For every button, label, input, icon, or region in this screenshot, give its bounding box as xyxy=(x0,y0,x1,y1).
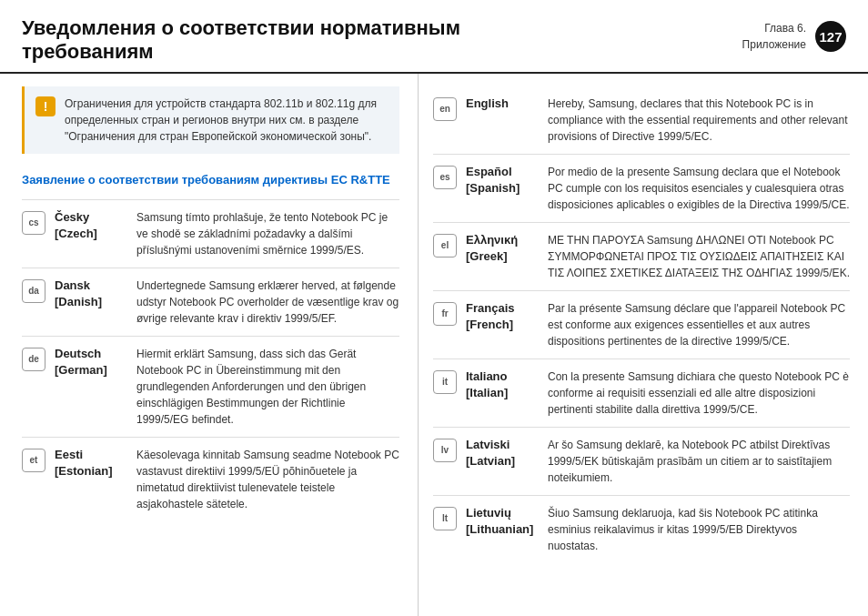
lang-name: Français [French] xyxy=(466,300,539,333)
lang-badge: da xyxy=(22,279,45,303)
page: Уведомления о соответствии нормативным т… xyxy=(0,0,868,616)
lang-description: ΜΕ ΤΗΝ ΠΑΡΟΥΣΑ Samsung ΔΗΛΩΝΕΙ ΟΤΙ Noteb… xyxy=(548,232,850,281)
lang-badge: et xyxy=(22,449,45,472)
left-language-list: csČesky [Czech]Samsung tímto prohlašuje,… xyxy=(22,199,399,521)
lang-description: Samsung tímto prohlašuje, že tento Noteb… xyxy=(136,209,399,258)
list-item: enEnglishHereby, Samsung, declares that … xyxy=(433,86,850,154)
list-item: etEesti [Estonian]Käesolevaga kinnitab S… xyxy=(22,437,399,521)
lang-description: Hereby, Samsung, declares that this Note… xyxy=(548,96,850,145)
list-item: frFrançais [French]Par la présente Samsu… xyxy=(433,290,850,358)
lang-name: Dansk [Danish] xyxy=(55,278,127,310)
chapter-label: Глава 6. xyxy=(742,20,806,36)
lang-name: Lietuvių [Lithuanian] xyxy=(466,505,539,538)
lang-name: Latviski [Latvian] xyxy=(466,437,539,470)
lang-name: English xyxy=(466,96,539,112)
page-number-badge: 127 xyxy=(815,21,846,52)
lang-badge: de xyxy=(22,348,45,371)
lang-name: Italiano [Italian] xyxy=(466,369,539,401)
lang-name: Español [Spanish] xyxy=(466,164,539,197)
lang-badge: it xyxy=(433,370,457,394)
section-heading: Заявление о соответствии требованиям дир… xyxy=(22,172,399,188)
lang-badge: lt xyxy=(433,507,457,530)
left-column: ! Ограничения для устройств стандарта 80… xyxy=(0,74,419,616)
main-content: ! Ограничения для устройств стандарта 80… xyxy=(0,74,868,616)
lang-badge: en xyxy=(433,97,457,121)
lang-name: Eesti [Estonian] xyxy=(55,447,127,480)
list-item: lvLatviski [Latvian]Ar šo Samsung deklar… xyxy=(433,427,850,495)
right-column: enEnglishHereby, Samsung, declares that … xyxy=(419,74,868,616)
list-item: csČesky [Czech]Samsung tímto prohlašuje,… xyxy=(22,199,399,268)
lang-description: Undertegnede Samsung erklærer herved, at… xyxy=(136,278,399,327)
lang-name: Česky [Czech] xyxy=(55,209,127,242)
lang-badge: es xyxy=(433,166,457,189)
lang-badge: el xyxy=(433,234,457,258)
warning-box: ! Ограничения для устройств стандарта 80… xyxy=(22,86,399,154)
lang-name: Deutsch [German] xyxy=(55,346,127,379)
list-item: ltLietuvių [Lithuanian]Šiuo Samsung dekl… xyxy=(433,495,850,563)
lang-description: Por medio de la presente Samsung declara… xyxy=(548,164,850,213)
warning-icon: ! xyxy=(35,96,56,116)
list-item: esEspañol [Spanish]Por medio de la prese… xyxy=(433,154,850,222)
chapter-sub-label: Приложение xyxy=(742,36,806,53)
lang-description: Hiermit erklärt Samsung, dass sich das G… xyxy=(136,346,399,428)
warning-text: Ограничения для устройств стандарта 802.… xyxy=(65,96,389,145)
lang-badge: cs xyxy=(22,211,45,235)
page-title: Уведомления о соответствии нормативным т… xyxy=(22,16,550,65)
list-item: itItaliano [Italian]Con la presente Sams… xyxy=(433,358,850,427)
lang-description: Käesolevaga kinnitab Samsung seadme Note… xyxy=(136,447,399,512)
lang-description: Con la presente Samsung dichiara che que… xyxy=(548,369,850,418)
lang-badge: lv xyxy=(433,439,457,462)
right-language-list: enEnglishHereby, Samsung, declares that … xyxy=(433,86,850,563)
list-item: daDansk [Danish]Undertegnede Samsung erk… xyxy=(22,268,399,336)
lang-name: Ελληνική [Greek] xyxy=(466,232,539,265)
chapter-info: Глава 6. Приложение xyxy=(742,20,806,53)
page-header: Уведомления о соответствии нормативным т… xyxy=(0,0,868,74)
header-right: Глава 6. Приложение 127 xyxy=(742,20,846,53)
lang-badge: fr xyxy=(433,302,457,326)
lang-description: Par la présente Samsung déclare que l'ap… xyxy=(548,300,850,349)
lang-description: Ar šo Samsung deklarē, ka Notebook PC at… xyxy=(548,437,850,486)
lang-description: Šiuo Samsung deklaruoja, kad šis Noteboo… xyxy=(548,505,850,554)
list-item: elΕλληνική [Greek]ΜΕ ΤΗΝ ΠΑΡΟΥΣΑ Samsung… xyxy=(433,222,850,290)
list-item: deDeutsch [German]Hiermit erklärt Samsun… xyxy=(22,336,399,437)
